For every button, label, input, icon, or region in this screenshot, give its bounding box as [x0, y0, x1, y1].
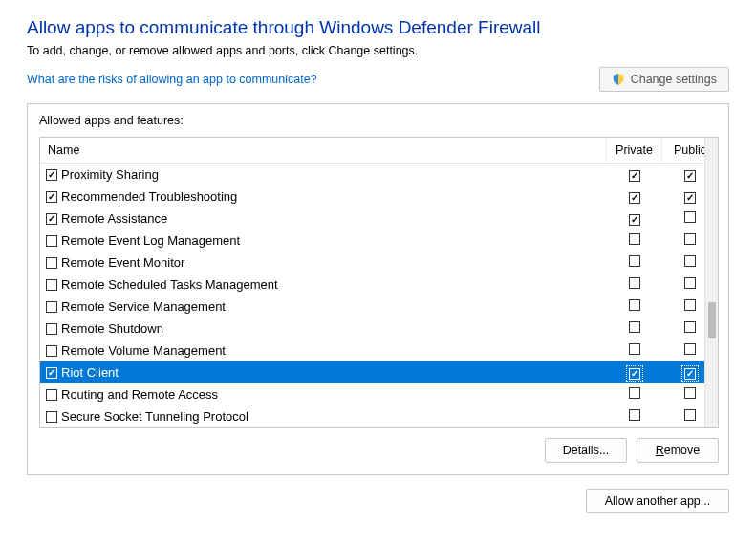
- checkbox[interactable]: [46, 301, 57, 313]
- checkbox[interactable]: [46, 389, 57, 401]
- cell-private: ✓: [607, 211, 662, 226]
- table-row[interactable]: Routing and Remote Access: [40, 383, 718, 405]
- cell-name: Remote Service Management: [46, 299, 607, 314]
- app-name-label: Remote Volume Management: [61, 343, 226, 358]
- cell-name: ✓Remote Assistance: [46, 211, 607, 226]
- checkbox[interactable]: [684, 387, 696, 399]
- cell-private: [607, 343, 662, 358]
- app-name-label: Proximity Sharing: [61, 167, 159, 182]
- checkbox[interactable]: ✓: [46, 191, 57, 203]
- cell-private: [607, 387, 662, 402]
- details-button[interactable]: Details...: [545, 438, 627, 463]
- app-name-label: Remote Service Management: [61, 299, 226, 314]
- table-row[interactable]: Remote Scheduled Tasks Management: [40, 273, 718, 295]
- table-row[interactable]: Remote Shutdown: [40, 317, 718, 339]
- cell-private: [607, 299, 662, 314]
- list-body[interactable]: ✓Proximity Sharing✓✓✓Recommended Trouble…: [40, 164, 718, 427]
- checkbox[interactable]: ✓: [629, 368, 640, 380]
- checkbox[interactable]: ✓: [629, 192, 640, 204]
- table-row[interactable]: Remote Volume Management: [40, 339, 718, 361]
- table-row[interactable]: Remote Event Log Management: [40, 229, 718, 251]
- checkbox[interactable]: [46, 257, 57, 269]
- checkbox[interactable]: [46, 323, 57, 335]
- checkbox[interactable]: [629, 321, 640, 333]
- app-name-label: Remote Event Monitor: [61, 255, 184, 270]
- scrollbar-thumb[interactable]: [708, 302, 716, 338]
- cell-name: Remote Shutdown: [46, 321, 607, 336]
- checkbox[interactable]: [629, 387, 640, 399]
- app-name-label: Remote Assistance: [61, 211, 167, 226]
- app-name-label: Remote Event Log Management: [61, 233, 240, 248]
- checkbox[interactable]: [684, 299, 696, 311]
- cell-name: Secure Socket Tunneling Protocol: [46, 409, 607, 424]
- page-subtitle: To add, change, or remove allowed apps a…: [27, 44, 729, 57]
- app-name-label: Secure Socket Tunneling Protocol: [61, 409, 248, 424]
- page-title: Allow apps to communicate through Window…: [27, 17, 729, 38]
- cell-private: ✓: [607, 189, 662, 204]
- cell-private: [607, 321, 662, 336]
- apps-list: Name Private Public ✓Proximity Sharing✓✓…: [39, 137, 719, 428]
- cell-private: [607, 233, 662, 248]
- app-name-label: Remote Scheduled Tasks Management: [61, 277, 278, 292]
- checkbox[interactable]: [629, 409, 640, 421]
- cell-name: Remote Scheduled Tasks Management: [46, 277, 607, 292]
- col-header-private[interactable]: Private: [607, 138, 662, 163]
- checkbox[interactable]: [629, 299, 640, 311]
- table-row[interactable]: Remote Service Management: [40, 295, 718, 317]
- checkbox[interactable]: [46, 411, 57, 423]
- checkbox[interactable]: ✓: [629, 170, 640, 182]
- cell-name: ✓Riot Client: [46, 365, 607, 380]
- checkbox[interactable]: ✓: [684, 368, 696, 380]
- checkbox[interactable]: [684, 255, 696, 267]
- cell-private: ✓: [607, 365, 662, 380]
- table-row[interactable]: Secure Socket Tunneling Protocol: [40, 405, 718, 427]
- checkbox[interactable]: [684, 277, 696, 289]
- cell-private: [607, 409, 662, 424]
- allow-another-app-button[interactable]: Allow another app...: [586, 489, 729, 513]
- cell-private: [607, 255, 662, 270]
- checkbox[interactable]: [629, 233, 640, 245]
- allowed-apps-group: Allowed apps and features: Name Private …: [27, 103, 729, 475]
- change-settings-button[interactable]: Change settings: [599, 67, 729, 92]
- checkbox[interactable]: [684, 211, 696, 223]
- checkbox[interactable]: ✓: [684, 170, 696, 182]
- table-row[interactable]: Remote Event Monitor: [40, 251, 718, 273]
- app-name-label: Riot Client: [61, 365, 119, 380]
- scrollbar[interactable]: [704, 138, 718, 427]
- cell-name: ✓Proximity Sharing: [46, 167, 607, 182]
- table-row[interactable]: ✓Riot Client✓✓: [40, 361, 718, 383]
- table-row[interactable]: ✓Remote Assistance✓: [40, 207, 718, 229]
- remove-button[interactable]: Remove: [637, 438, 719, 463]
- col-header-name[interactable]: Name: [40, 138, 607, 163]
- cell-private: [607, 277, 662, 292]
- list-header[interactable]: Name Private Public: [40, 138, 718, 164]
- app-name-label: Remote Shutdown: [61, 321, 163, 336]
- checkbox[interactable]: ✓: [684, 192, 696, 204]
- cell-name: Remote Event Monitor: [46, 255, 607, 270]
- app-name-label: Routing and Remote Access: [61, 387, 218, 402]
- checkbox[interactable]: ✓: [46, 213, 57, 225]
- checkbox[interactable]: [629, 255, 640, 267]
- checkbox[interactable]: [46, 235, 57, 247]
- checkbox[interactable]: [46, 279, 57, 291]
- risks-link[interactable]: What are the risks of allowing an app to…: [27, 73, 317, 86]
- checkbox[interactable]: [684, 233, 696, 245]
- table-row[interactable]: ✓Proximity Sharing✓✓: [40, 164, 718, 185]
- shield-icon: [612, 73, 625, 86]
- checkbox[interactable]: ✓: [46, 367, 57, 379]
- app-name-label: Recommended Troubleshooting: [61, 189, 237, 204]
- checkbox[interactable]: ✓: [629, 214, 640, 226]
- cell-name: ✓Recommended Troubleshooting: [46, 189, 607, 204]
- cell-private: ✓: [607, 167, 662, 182]
- checkbox[interactable]: [629, 277, 640, 289]
- checkbox[interactable]: ✓: [46, 169, 57, 181]
- checkbox[interactable]: [684, 409, 696, 421]
- table-row[interactable]: ✓Recommended Troubleshooting✓✓: [40, 185, 718, 207]
- checkbox[interactable]: [684, 321, 696, 333]
- remove-label: Remove: [656, 444, 701, 457]
- cell-name: Routing and Remote Access: [46, 387, 607, 402]
- checkbox[interactable]: [629, 343, 640, 355]
- checkbox[interactable]: [684, 343, 696, 355]
- group-label: Allowed apps and features:: [39, 114, 719, 127]
- checkbox[interactable]: [46, 345, 57, 357]
